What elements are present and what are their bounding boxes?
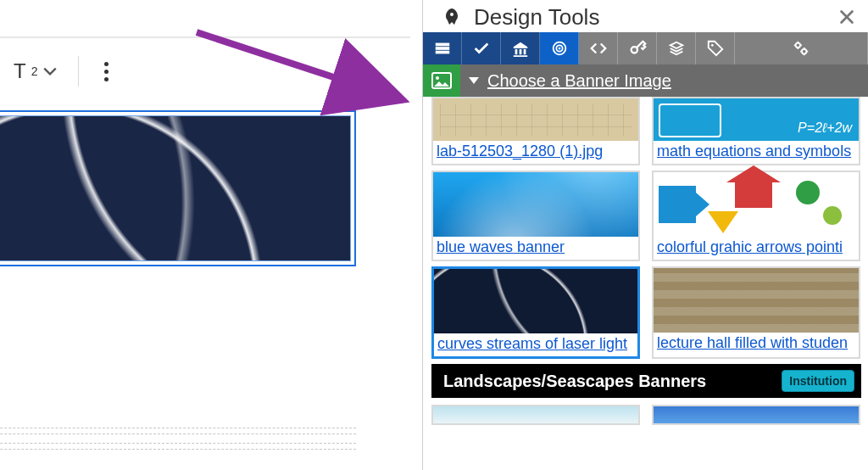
svg-point-12 [436, 76, 439, 80]
tab-code[interactable] [579, 32, 618, 64]
thumb-arrows[interactable]: colorful grahic arrows pointi [652, 171, 860, 261]
svg-rect-3 [435, 51, 449, 54]
thumb-blue-waves[interactable]: blue waves banner [431, 171, 640, 261]
editor-top-spacer [0, 0, 410, 38]
svg-point-6 [558, 48, 560, 50]
selected-banner-element[interactable] [0, 110, 356, 266]
more-tools-button[interactable] [99, 57, 114, 87]
thumb-lecture[interactable]: lecture hall filled with studen [652, 266, 860, 359]
thumb-image [654, 268, 859, 333]
close-icon[interactable] [837, 8, 856, 26]
institution-pill: Institution [782, 370, 854, 392]
thumb-laser[interactable]: curves streams of laser light [431, 266, 640, 359]
svg-rect-2 [435, 47, 449, 50]
thumb-image [434, 269, 637, 333]
chevron-down-icon [42, 64, 58, 79]
category-bar-landscapes[interactable]: Landscapes/Seascapes Banners Institution [431, 364, 861, 398]
tab-key[interactable] [618, 32, 657, 64]
thumb-caption: lab-512503_1280 (1).jpg [433, 141, 638, 164]
category-label: Landscapes/Seascapes Banners [443, 372, 706, 391]
tab-institution[interactable] [501, 32, 540, 64]
editor-canvas[interactable]: or quickest response. I can also [0, 105, 364, 470]
panel-title-text: Design Tools [474, 4, 599, 31]
svg-point-9 [796, 43, 801, 48]
design-tools-panel: Design Tools Choose a Banner Image lab-5… [422, 0, 868, 470]
svg-rect-1 [435, 43, 449, 47]
layout-guide [0, 443, 356, 450]
thumb-image [433, 98, 638, 141]
thumb-lab[interactable]: lab-512503_1280 (1).jpg [431, 97, 640, 165]
banner-section-label[interactable]: Choose a Banner Image [487, 71, 671, 91]
superscript-tool[interactable]: T2 [14, 59, 58, 83]
svg-point-10 [802, 49, 807, 53]
banner-section-bar[interactable]: Choose a Banner Image [423, 64, 868, 97]
thumb-image: P=2ℓ+2w [654, 98, 859, 141]
thumb-math[interactable]: P=2ℓ+2w math equations and symbols [652, 97, 860, 165]
thumb-caption: lecture hall filled with studen [654, 333, 859, 355]
toolbar-separator [78, 56, 79, 87]
svg-point-7 [631, 47, 637, 53]
thumb-landscape-2[interactable] [652, 405, 860, 425]
editor-area: T2 or quickest response. I can also [0, 0, 410, 470]
panel-header: Design Tools [423, 0, 868, 32]
thumb-caption: math equations and symbols [654, 141, 859, 164]
tool-tabs [423, 32, 868, 64]
tab-blocks[interactable] [423, 32, 462, 64]
svg-point-8 [710, 44, 713, 47]
thumb-caption: curves streams of laser light [434, 333, 637, 356]
superscript-label: T [14, 59, 26, 83]
thumb-caption: blue waves banner [433, 237, 638, 260]
tab-check[interactable] [462, 32, 501, 64]
layout-guide [0, 428, 356, 434]
thumb-caption: colorful grahic arrows pointi [654, 237, 859, 260]
thumb-image [654, 406, 859, 423]
tab-tags[interactable] [696, 32, 735, 64]
thumb-image [654, 172, 859, 237]
banner-preview-image [0, 115, 351, 261]
tab-target[interactable] [540, 32, 579, 64]
editor-toolbar: T2 [0, 38, 410, 104]
rocket-icon [442, 7, 462, 27]
caret-down-icon [469, 77, 479, 84]
tab-settings[interactable] [735, 32, 868, 64]
tab-modules[interactable] [657, 32, 696, 64]
banner-thumbnails: lab-512503_1280 (1).jpg P=2ℓ+2w math equ… [423, 97, 868, 425]
thumb-landscape-1[interactable] [431, 405, 640, 425]
image-icon [423, 64, 460, 97]
thumb-image [433, 406, 638, 423]
thumb-image [433, 172, 638, 237]
